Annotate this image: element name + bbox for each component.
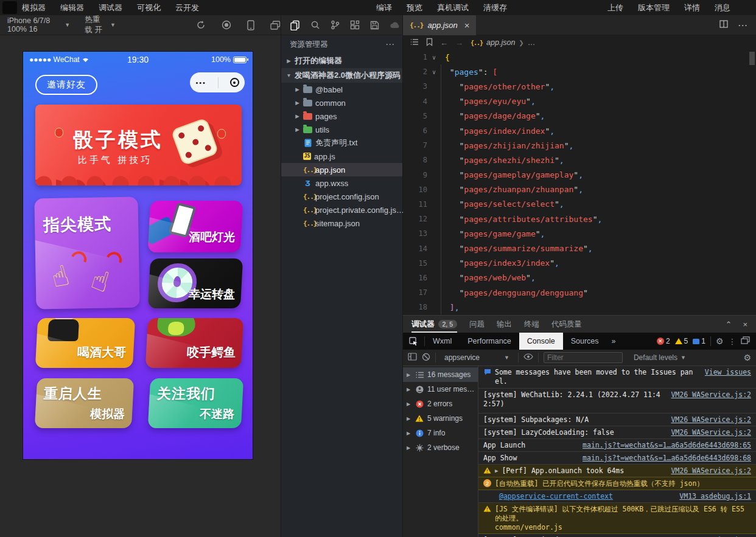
search-icon[interactable] — [310, 20, 320, 30]
console-sidebar-toggle-icon[interactable] — [408, 353, 417, 362]
console-filter-verbose[interactable]: ▶2 verbose — [403, 440, 478, 455]
devtools-settings-icon[interactable]: ⚙ — [716, 336, 724, 346]
console-message[interactable]: [system] LazyCodeLoading: falseVM26 WASe… — [478, 426, 756, 439]
devtools-tab-console[interactable]: Console — [519, 333, 563, 350]
debug-tab-代码质量[interactable]: 代码质量 — [551, 316, 582, 333]
warning-count[interactable]: 5 — [675, 337, 688, 345]
tab-app-json[interactable]: {..} app.json × — [403, 15, 476, 35]
record-icon[interactable] — [222, 20, 231, 30]
menu-upload[interactable]: 上传 — [607, 2, 623, 13]
menu-messages[interactable]: 消息 — [715, 2, 730, 13]
breadcrumb-more[interactable]: … — [528, 38, 536, 47]
source-link[interactable]: VM26 WAService.js:2 — [671, 466, 751, 476]
console-message[interactable]: [system] Launch Time: 2135 msVM26 WAServ… — [478, 534, 756, 537]
source-link[interactable]: VM26 WAService.js:2 — [671, 428, 751, 437]
code-editor[interactable]: 1∨{2∨ "pages": [3 "pages/other/other",4 … — [403, 50, 756, 315]
app-icon[interactable] — [2, 1, 17, 14]
git-icon[interactable] — [331, 20, 340, 30]
tree-folder-common[interactable]: ▶common — [281, 96, 402, 109]
eye-icon[interactable] — [523, 353, 533, 362]
console-message[interactable]: Some messages have been moved to the Iss… — [478, 366, 756, 389]
console-filter-user[interactable]: ▶11 user mes… — [403, 382, 478, 397]
tree-file-app.wxss[interactable]: Ʒapp.wxss — [281, 176, 402, 190]
tile-bar-lights[interactable]: 酒吧灯光 — [148, 201, 243, 252]
console-message[interactable]: App Showmain.js?t=wechat&s=1…a6a5d6de644… — [478, 452, 756, 465]
console-filter-list[interactable]: ▶16 messages — [403, 367, 478, 382]
source-link[interactable]: main.js?t=wechat&s=1…a6a5d6de6443d698:68 — [583, 454, 751, 463]
outline-icon[interactable] — [410, 38, 419, 47]
console-message[interactable]: ▶[Perf] App.onLaunch took 64msVM26 WASer… — [478, 465, 756, 477]
fold-icon[interactable]: ∨ — [427, 54, 441, 61]
files-icon[interactable] — [290, 20, 300, 30]
capsule-close-icon[interactable] — [230, 78, 239, 87]
message-count[interactable]: 1 — [693, 337, 705, 345]
console-message[interactable]: [JS 文件编译错误] 以下文件体积超过 500KB，已跳过压缩以及 ES6 转… — [478, 503, 756, 534]
source-link[interactable]: VM26 WAService.js:2 — [671, 415, 751, 424]
menu-simulator[interactable]: 模拟器 — [22, 2, 46, 13]
console-message[interactable]: @appservice-current-contextVM13 asdebug.… — [478, 490, 756, 503]
console-message[interactable]: App Launchmain.js?t=wechat&s=1…a6a5d6de6… — [478, 439, 756, 452]
inspect-element-icon[interactable] — [403, 336, 425, 346]
miniprogram-capsule[interactable]: ••• — [190, 72, 245, 92]
console-clear-icon[interactable] — [422, 353, 430, 363]
tree-file-sitemap.json[interactable]: {..}sitemap.json — [281, 217, 402, 230]
tree-project-root[interactable]: ▼发喝酒神器2.0微信小程序源码 — [281, 68, 402, 83]
debug-tab-问题[interactable]: 问题 — [469, 316, 485, 333]
tile-lucky-wheel[interactable]: 幸运转盘 — [148, 258, 243, 308]
tree-file-.txt[interactable]: 免责声明.txt — [281, 136, 402, 150]
explorer-more-icon[interactable]: ⋯ — [385, 39, 395, 50]
panel-collapse-icon[interactable]: ⌃ — [726, 320, 732, 329]
tree-folder-utils[interactable]: ▶utils — [281, 123, 402, 136]
log-levels-selector[interactable]: Default levels▼ — [634, 353, 686, 362]
menu-cloud[interactable]: 云开发 — [175, 2, 199, 13]
devtools-kebab-icon[interactable]: ⋮ — [729, 337, 737, 346]
menu-visualization[interactable]: 可视化 — [137, 2, 161, 13]
extensions-icon[interactable] — [350, 20, 360, 30]
tree-folder-pages[interactable]: ▶pages — [281, 109, 402, 123]
tile-drinking-bro[interactable]: 喝酒大哥 — [35, 318, 135, 368]
tile-restart-life[interactable]: 重启人生 模拟器 — [35, 378, 134, 428]
console-message[interactable]: [system] Subpackages: N/AVM26 WAService.… — [478, 414, 756, 426]
console-filter-error[interactable]: ▶2 errors — [403, 397, 478, 411]
bookmark-icon[interactable] — [426, 38, 433, 48]
refresh-icon[interactable] — [196, 20, 206, 30]
editor-more-icon[interactable]: ⋯ — [738, 19, 747, 31]
phone-mode-icon[interactable] — [247, 20, 254, 30]
devtools-more-tabs[interactable]: » — [607, 337, 621, 345]
tree-file-app.js[interactable]: JSapp.js — [281, 150, 402, 163]
cloud-icon[interactable] — [390, 21, 401, 29]
debug-tab-终端[interactable]: 终端 — [524, 316, 539, 333]
console-filter-info[interactable]: ▶7 info — [403, 426, 478, 440]
expand-arrow-icon[interactable]: ▶ — [495, 466, 498, 474]
menu-debugger[interactable]: 调试器 — [99, 2, 122, 13]
tree-file-project.config.json[interactable]: {..}project.config.json — [281, 190, 402, 203]
source-link[interactable]: VM26 WAService.js:2 — [671, 390, 751, 400]
tree-file-project.private.config.js[interactable]: {..}project.private.config.js… — [281, 203, 402, 217]
nav-back-icon[interactable]: ← — [440, 38, 448, 47]
editor-scrollbar[interactable] — [749, 52, 755, 65]
tile-follow-us[interactable]: 关注我们 不迷路 — [148, 378, 243, 428]
console-filter-input[interactable] — [544, 352, 623, 363]
source-link[interactable]: VM13 asdebug.js:1 — [679, 492, 751, 501]
debug-tab-输出[interactable]: 输出 — [497, 316, 512, 333]
devtools-tab-wxml[interactable]: Wxml — [425, 333, 460, 350]
menu-clear-cache[interactable]: 清缓存 — [483, 2, 507, 13]
invite-friends-button[interactable]: 邀请好友 — [35, 75, 97, 95]
error-count[interactable]: ✕2 — [657, 337, 670, 345]
devtools-tab-sources[interactable]: Sources — [563, 333, 607, 350]
menu-version[interactable]: 版本管理 — [638, 2, 670, 13]
console-filter-warning[interactable]: ▶5 warnings — [403, 411, 478, 426]
device-selector[interactable]: iPhone 6/7/8 100% 16▼ — [0, 15, 77, 35]
debug-tab-调试器[interactable]: 调试器2, 5 — [411, 316, 457, 333]
breadcrumb-file[interactable]: app.json — [486, 38, 515, 47]
save-icon[interactable] — [370, 21, 379, 30]
console-message[interactable]: 2[自动热重载] 已开启代码文件保存后自动热重载（不支持 json） — [478, 477, 756, 490]
hot-reload-selector[interactable]: 热重载 开▼ — [77, 15, 123, 35]
tree-open-editors[interactable]: ▶打开的编辑器 — [281, 54, 402, 68]
panel-close-icon[interactable]: × — [743, 320, 747, 329]
console-settings-icon[interactable]: ⚙ — [743, 353, 751, 362]
tile-fingertip-mode[interactable]: 指尖模式 ☝ ☝ — [34, 197, 139, 310]
devtools-tab-performance[interactable]: Performance — [460, 333, 519, 350]
menu-editor[interactable]: 编辑器 — [60, 2, 84, 13]
menu-remote-debug[interactable]: 真机调试 — [437, 2, 469, 13]
